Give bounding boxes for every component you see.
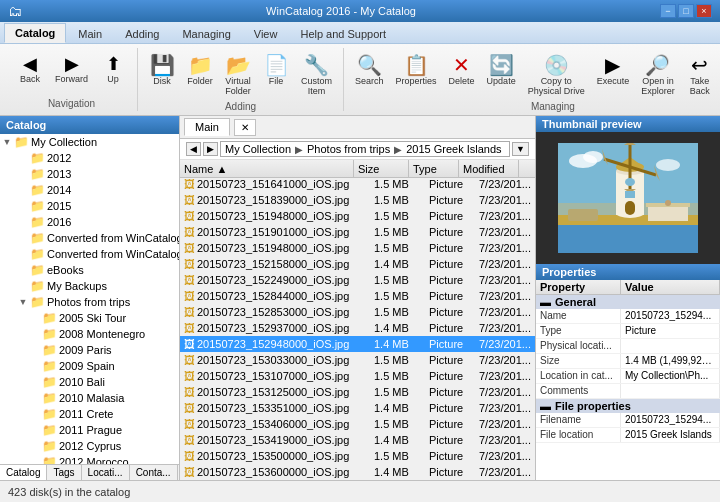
file-list-scroll[interactable]: 🖼20150723_151624000_iOS.jpg1.4 MBPicture… (180, 178, 535, 480)
tree-item-2012[interactable]: 📁 2012 (0, 150, 179, 166)
tree-item-bali[interactable]: 📁 2010 Bali (0, 374, 179, 390)
folder-button[interactable]: 📁 Folder (182, 52, 218, 89)
tab-catalog[interactable]: Catalog (4, 23, 66, 43)
file-row[interactable]: 🖼20150723_153107000_iOS.jpg1.5 MBPicture… (180, 368, 535, 384)
file-button[interactable]: 📄 File (258, 52, 294, 89)
file-row[interactable]: 🖼20150723_151948000_iOS.jpg1.5 MBPicture… (180, 208, 535, 224)
sidebar-tab-catalog[interactable]: Catalog (0, 465, 47, 480)
up-button[interactable]: ⬆ Up (95, 52, 131, 87)
tree-item-malasia[interactable]: 📁 2010 Malasia (0, 390, 179, 406)
breadcrumb-photos: Photos from trips (307, 143, 390, 155)
open-explorer-icon: 🔎 (645, 55, 670, 75)
file-type-cell: Picture (425, 306, 475, 318)
content-tab-main[interactable]: Main (184, 118, 230, 136)
tab-view[interactable]: View (243, 24, 289, 43)
tree-label-paris: 2009 Paris (59, 344, 112, 356)
file-row[interactable]: 🖼20150723_153419000_iOS.jpg1.4 MBPicture… (180, 432, 535, 448)
prop-value-cell: 20150723_15294... (621, 413, 720, 427)
title-bar-controls: − □ × (660, 4, 712, 18)
delete-button[interactable]: ✕ Delete (444, 52, 480, 89)
tree-item-cyprus[interactable]: 📁 2012 Cyprus (0, 438, 179, 454)
file-icon: 🖼 (184, 402, 195, 414)
back-button[interactable]: ◀ Back (12, 52, 48, 87)
file-row[interactable]: 🖼20150723_153406000_iOS.jpg1.5 MBPicture… (180, 416, 535, 432)
forward-button[interactable]: ▶ Forward (50, 52, 93, 87)
execute-button[interactable]: ▶ Execute (592, 52, 635, 89)
file-row[interactable]: 🖼20150723_151839000_iOS.jpg1.5 MBPicture… (180, 192, 535, 208)
tree-item-crete[interactable]: 📁 2011 Crete (0, 406, 179, 422)
file-icon: 🖼 (184, 466, 195, 478)
tab-main[interactable]: Main (67, 24, 113, 43)
maximize-button[interactable]: □ (678, 4, 694, 18)
file-row[interactable]: 🖼20150723_153351000_iOS.jpg1.4 MBPicture… (180, 400, 535, 416)
tree-item-morocco[interactable]: 📁 2012 Morocco (0, 454, 179, 464)
file-row[interactable]: 🖼20150723_151901000_iOS.jpg1.5 MBPicture… (180, 224, 535, 240)
col-header-type[interactable]: Type (409, 160, 459, 177)
sidebar-tab-locations[interactable]: Locati... (82, 465, 130, 480)
breadcrumb-dropdown-btn[interactable]: ▼ (512, 142, 529, 156)
content-tab-extra[interactable]: ✕ (234, 119, 256, 136)
file-row[interactable]: 🖼20150723_153125000_iOS.jpg1.5 MBPicture… (180, 384, 535, 400)
minimize-button[interactable]: − (660, 4, 676, 18)
tab-managing[interactable]: Managing (171, 24, 241, 43)
custom-item-label: CustomItem (301, 76, 332, 96)
tree-item-ski[interactable]: 📁 2005 Ski Tour (0, 310, 179, 326)
tree-item-2013[interactable]: 📁 2013 (0, 166, 179, 182)
custom-item-button[interactable]: 🔧 CustomItem (296, 52, 337, 99)
tree-item-prague[interactable]: 📁 2011 Prague (0, 422, 179, 438)
tree-item-2015[interactable]: 📁 2015 (0, 198, 179, 214)
tab-adding[interactable]: Adding (114, 24, 170, 43)
tree-item-converted-light[interactable]: 📁 Converted from WinCatalog Light Col (0, 230, 179, 246)
col-scroll-spacer (519, 160, 535, 177)
col-header-modified[interactable]: Modified (459, 160, 519, 177)
file-row[interactable]: 🖼20150723_153500000_iOS.jpg1.5 MBPicture… (180, 448, 535, 464)
tree-item-2014[interactable]: 📁 2014 (0, 182, 179, 198)
tree-item-my-collection[interactable]: ▼ 📁 My Collection (0, 134, 179, 150)
search-button[interactable]: 🔍 Search (350, 52, 389, 89)
file-icon: 🖼 (184, 370, 195, 382)
tree-item-ebooks[interactable]: 📁 eBooks (0, 262, 179, 278)
disk-button[interactable]: 💾 Disk (144, 52, 180, 89)
file-row[interactable]: 🖼20150723_151948000_iOS.jpg1.5 MBPicture… (180, 240, 535, 256)
update-button[interactable]: 🔄 Update (482, 52, 521, 89)
tree-item-photos[interactable]: ▼ 📁 Photos from trips (0, 294, 179, 310)
tree-item-my-backups[interactable]: 📁 My Backups (0, 278, 179, 294)
file-row[interactable]: 🖼20150723_151641000_iOS.jpg1.5 MBPicture… (180, 178, 535, 192)
sidebar-tab-tags[interactable]: Tags (47, 465, 81, 480)
file-row[interactable]: 🖼20150723_153033000_iOS.jpg1.5 MBPicture… (180, 352, 535, 368)
sidebar-tab-contacts[interactable]: Conta... (130, 465, 178, 480)
file-row[interactable]: 🖼20150723_152948000_iOS.jpg1.4 MBPicture… (180, 336, 535, 352)
properties-scroll[interactable]: ▬GeneralName20150723_15294...TypePicture… (536, 295, 720, 480)
nav-back-btn[interactable]: ◀ (186, 142, 201, 156)
tree-item-spain[interactable]: 📁 2009 Spain (0, 358, 179, 374)
close-button[interactable]: × (696, 4, 712, 18)
tree-item-2016[interactable]: 📁 2016 (0, 214, 179, 230)
col-header-size[interactable]: Size (354, 160, 409, 177)
tree-item-paris[interactable]: 📁 2009 Paris (0, 342, 179, 358)
file-row[interactable]: 🖼20150723_152853000_iOS.jpg1.5 MBPicture… (180, 304, 535, 320)
copy-physical-button[interactable]: 💿 Copy toPhysical Drive (523, 52, 590, 99)
file-row[interactable]: 🖼20150723_152937000_iOS.jpg1.4 MBPicture… (180, 320, 535, 336)
file-row[interactable]: 🖼20150723_153600000_iOS.jpg1.4 MBPicture… (180, 464, 535, 480)
file-row[interactable]: 🖼20150723_152249000_iOS.jpg1.5 MBPicture… (180, 272, 535, 288)
ribbon-group-adding-buttons: 💾 Disk 📁 Folder 📂 VirtualFolder 📄 File 🔧… (144, 50, 337, 99)
properties-button[interactable]: 📋 Properties (391, 52, 442, 89)
tree-item-converted-2009[interactable]: 📁 Converted from WinCatalog 2009 Coll (0, 246, 179, 262)
prop-row: Name20150723_15294... (536, 309, 720, 324)
breadcrumb-path[interactable]: My Collection ▶ Photos from trips ▶ 2015… (220, 141, 510, 157)
status-bar: 423 disk(s) in the catalog (0, 480, 720, 502)
col-header-name[interactable]: Name ▲ (180, 160, 354, 177)
folder-icon-converted-2009: 📁 (30, 247, 45, 261)
take-back-button[interactable]: ↩ TakeBack (682, 52, 718, 99)
nav-forward-btn[interactable]: ▶ (203, 142, 218, 156)
open-explorer-button[interactable]: 🔎 Open inExplorer (636, 52, 680, 99)
thumbnail-section: Thumbnail preview (536, 116, 720, 264)
file-icon: 🖼 (184, 450, 195, 462)
virtual-folder-button[interactable]: 📂 VirtualFolder (220, 52, 256, 99)
file-row[interactable]: 🖼20150723_152158000_iOS.jpg1.4 MBPicture… (180, 256, 535, 272)
file-type-cell: Picture (425, 354, 475, 366)
file-row[interactable]: 🖼20150723_152844000_iOS.jpg1.5 MBPicture… (180, 288, 535, 304)
tab-help[interactable]: Help and Support (289, 24, 397, 43)
tree-item-montenegro[interactable]: 📁 2008 Montenegro (0, 326, 179, 342)
search-label: Search (355, 76, 384, 86)
